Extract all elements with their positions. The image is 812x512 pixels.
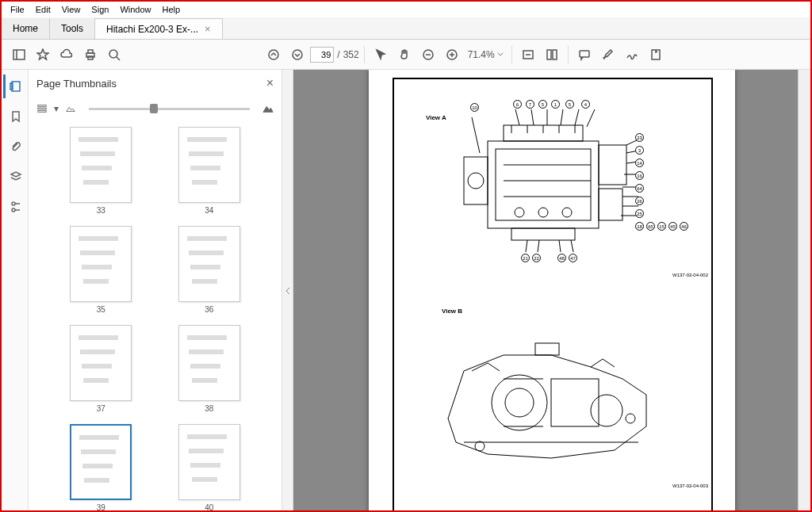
view-a-label: View A bbox=[426, 114, 446, 121]
bookmark-icon[interactable] bbox=[3, 105, 27, 128]
callout: 16 bbox=[635, 171, 644, 180]
menu-bar: File Edit View Sign Window Help bbox=[2, 2, 810, 17]
svg-line-50 bbox=[575, 109, 579, 125]
menu-sign[interactable]: Sign bbox=[86, 3, 114, 16]
attachment-icon[interactable] bbox=[3, 135, 27, 159]
thumbnail-page-34[interactable]: 34 bbox=[159, 127, 260, 215]
more-tools-icon[interactable] bbox=[645, 44, 667, 66]
thumbnail-list[interactable]: 33343536373839404142 bbox=[29, 120, 282, 512]
comment-icon[interactable] bbox=[573, 44, 596, 66]
svg-point-64 bbox=[492, 375, 547, 430]
callout: 45 bbox=[668, 222, 677, 231]
menu-window[interactable]: Window bbox=[114, 3, 156, 16]
thumbnail-label: 35 bbox=[97, 305, 105, 314]
thumbnail-page-38[interactable]: 38 bbox=[159, 325, 260, 413]
svg-rect-17 bbox=[580, 51, 589, 57]
thumbnail-page-33[interactable]: 33 bbox=[51, 127, 151, 215]
zoom-out-icon[interactable] bbox=[417, 44, 439, 66]
thumbnail-label: 34 bbox=[205, 206, 213, 215]
svg-line-62 bbox=[559, 240, 561, 252]
callout: 4 bbox=[581, 100, 590, 109]
svg-point-39 bbox=[515, 208, 524, 217]
zoom-in-icon[interactable] bbox=[441, 44, 463, 66]
thumbnail-page-39[interactable]: 39 bbox=[51, 424, 151, 512]
page-content: View A bbox=[369, 70, 735, 512]
thumbnails-icon[interactable] bbox=[3, 75, 27, 98]
svg-point-65 bbox=[505, 388, 534, 417]
callout: 48 bbox=[557, 254, 566, 262]
page-down-icon[interactable] bbox=[286, 44, 308, 66]
side-rail bbox=[2, 70, 29, 512]
hand-icon[interactable] bbox=[393, 44, 416, 66]
star-icon[interactable] bbox=[32, 44, 54, 66]
svg-rect-30 bbox=[599, 145, 626, 185]
menu-file[interactable]: File bbox=[5, 3, 30, 16]
callout: 15 bbox=[657, 222, 666, 231]
tab-home[interactable]: Home bbox=[2, 18, 50, 39]
fit-width-icon[interactable] bbox=[517, 44, 539, 66]
svg-rect-68 bbox=[535, 343, 559, 355]
svg-line-49 bbox=[561, 109, 563, 125]
tab-document[interactable]: Hitachi Ex200-3 Ex-... × bbox=[95, 18, 223, 39]
tab-close-icon[interactable]: × bbox=[205, 23, 211, 35]
search-icon[interactable] bbox=[103, 44, 125, 66]
svg-point-7 bbox=[269, 50, 278, 59]
print-icon[interactable] bbox=[79, 44, 102, 66]
menu-help[interactable]: Help bbox=[157, 3, 186, 16]
svg-rect-16 bbox=[553, 50, 557, 59]
thumbnail-label: 38 bbox=[205, 404, 213, 413]
callout: 5 bbox=[538, 100, 547, 109]
svg-rect-38 bbox=[511, 228, 575, 240]
sidebar-toggle-icon[interactable] bbox=[8, 44, 30, 66]
page-total: 352 bbox=[343, 49, 359, 60]
large-thumb-icon bbox=[262, 103, 274, 114]
svg-rect-31 bbox=[599, 189, 622, 220]
page-display-icon[interactable] bbox=[541, 44, 563, 66]
cloud-icon[interactable] bbox=[56, 44, 78, 66]
callout: 65 bbox=[646, 222, 655, 231]
thumbnail-page-36[interactable]: 36 bbox=[159, 226, 260, 314]
callout: 26 bbox=[635, 197, 644, 205]
tab-document-label: Hitachi Ex200-3 Ex-... bbox=[106, 24, 198, 35]
page-number: / 352 bbox=[310, 47, 358, 63]
svg-rect-24 bbox=[38, 108, 47, 109]
thumbnail-page-37[interactable]: 37 bbox=[51, 325, 151, 413]
vertical-scrollbar[interactable] bbox=[798, 70, 810, 512]
thumbnail-page-35[interactable]: 35 bbox=[51, 226, 151, 314]
thumbnail-page-40[interactable]: 40 bbox=[159, 424, 260, 512]
ref-code-2: W137-02-04-003 bbox=[672, 483, 708, 488]
layers-icon[interactable] bbox=[3, 165, 27, 189]
thumbnail-title: Page Thumbnails bbox=[36, 78, 117, 90]
document-view[interactable]: View A bbox=[293, 70, 810, 512]
svg-line-51 bbox=[587, 109, 595, 127]
svg-rect-23 bbox=[38, 105, 47, 107]
collapse-handle[interactable] bbox=[282, 70, 293, 512]
small-thumb-icon bbox=[65, 103, 76, 114]
page-up-icon[interactable] bbox=[262, 44, 285, 66]
svg-point-41 bbox=[562, 208, 572, 217]
view-b-label: View B bbox=[442, 308, 462, 315]
svg-rect-27 bbox=[496, 149, 591, 220]
highlight-icon[interactable] bbox=[597, 44, 619, 66]
svg-line-61 bbox=[538, 240, 539, 252]
thumbnail-size-slider[interactable] bbox=[89, 108, 250, 110]
svg-point-22 bbox=[12, 208, 15, 212]
callout: 14 bbox=[635, 159, 644, 167]
menu-view[interactable]: View bbox=[56, 3, 86, 16]
page-number-input[interactable] bbox=[310, 47, 334, 63]
callout: 1 bbox=[551, 100, 560, 109]
sign-icon[interactable] bbox=[621, 44, 643, 66]
pointer-icon[interactable] bbox=[370, 44, 392, 66]
thumbnail-tools: ▾ bbox=[29, 97, 282, 120]
tab-tools[interactable]: Tools bbox=[50, 18, 95, 39]
tags-icon[interactable] bbox=[3, 195, 27, 219]
close-panel-icon[interactable]: × bbox=[266, 76, 274, 90]
callout: 64 bbox=[635, 184, 644, 193]
svg-point-8 bbox=[293, 50, 302, 59]
zoom-level[interactable]: 71.4% bbox=[465, 49, 507, 60]
svg-point-5 bbox=[109, 50, 117, 58]
svg-rect-25 bbox=[38, 111, 47, 113]
menu-edit[interactable]: Edit bbox=[30, 3, 56, 16]
dropdown-arrow-icon[interactable]: ▾ bbox=[54, 103, 59, 114]
options-icon[interactable] bbox=[36, 103, 48, 114]
